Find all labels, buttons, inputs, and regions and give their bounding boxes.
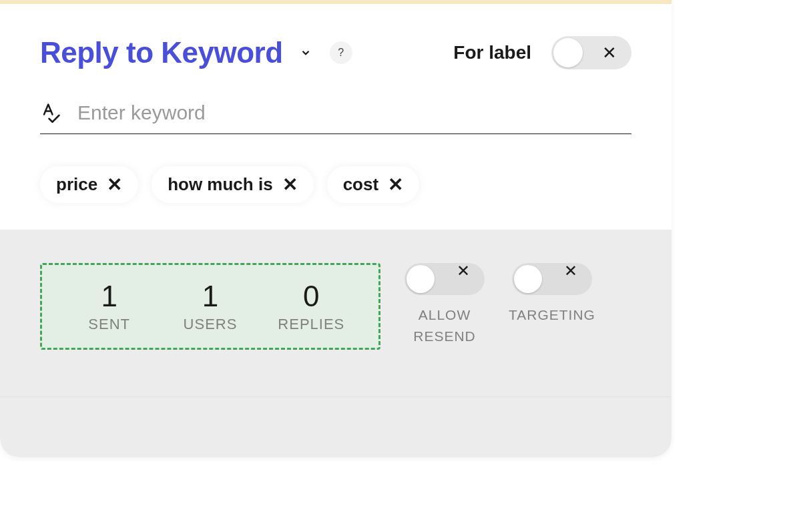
chip-remove-button[interactable]: ✕ — [107, 176, 122, 194]
stat-replies: 0 REPLIES — [271, 280, 351, 333]
toggle-knob — [553, 38, 583, 67]
chevron-down-icon[interactable] — [298, 45, 314, 61]
toggle-knob — [407, 265, 435, 293]
allow-resend-toggle[interactable]: ✕ — [405, 263, 485, 295]
targeting-toggle[interactable]: ✕ — [512, 263, 592, 295]
bottom-section: 1 SENT 1 USERS 0 REPLIES ✕ ALLOW RESEND … — [0, 230, 672, 396]
close-icon: ✕ — [107, 174, 122, 195]
spellcheck-icon — [40, 102, 61, 123]
stat-users: 1 USERS — [170, 280, 250, 333]
close-icon: ✕ — [282, 174, 298, 195]
for-label-text: For label — [453, 42, 531, 63]
close-icon: ✕ — [388, 174, 403, 195]
keyword-chip: cost ✕ — [327, 166, 419, 203]
top-section: Reply to Keyword ? For label ✕ — [0, 4, 672, 230]
question-icon: ? — [338, 47, 344, 59]
help-button[interactable]: ? — [330, 41, 352, 64]
chip-remove-button[interactable]: ✕ — [282, 176, 298, 194]
stat-value: 0 — [303, 280, 319, 313]
close-icon: ✕ — [564, 263, 577, 279]
keyword-chip: how much is ✕ — [152, 166, 313, 203]
stat-label: SENT — [88, 316, 130, 333]
allow-resend-col: ✕ ALLOW RESEND — [405, 263, 485, 346]
stat-value: 1 — [202, 280, 218, 313]
stat-value: 1 — [101, 280, 117, 313]
chip-label: price — [56, 174, 97, 195]
keyword-chip: price ✕ — [40, 166, 138, 203]
toggle-label: ALLOW RESEND — [413, 304, 476, 346]
for-label-toggle[interactable]: ✕ — [551, 36, 631, 69]
keyword-input[interactable] — [77, 101, 631, 124]
close-icon: ✕ — [457, 263, 470, 279]
page-title: Reply to Keyword — [40, 36, 283, 69]
chip-label: cost — [343, 174, 378, 195]
targeting-col: ✕ TARGETING — [509, 263, 595, 326]
close-icon: ✕ — [602, 44, 617, 61]
chip-remove-button[interactable]: ✕ — [388, 176, 403, 194]
stat-sent: 1 SENT — [69, 280, 150, 333]
keyword-input-row — [40, 101, 631, 134]
chips-row: price ✕ how much is ✕ cost ✕ — [40, 166, 631, 203]
reply-keyword-card: Reply to Keyword ? For label ✕ — [0, 0, 672, 457]
header-row: Reply to Keyword ? For label ✕ — [40, 36, 631, 69]
chip-label: how much is — [168, 174, 272, 195]
stats-box: 1 SENT 1 USERS 0 REPLIES — [40, 263, 380, 350]
stat-label: USERS — [184, 316, 238, 333]
stat-label: REPLIES — [278, 316, 344, 333]
footer-space — [0, 397, 672, 457]
toggle-knob — [514, 265, 542, 293]
toggle-label: TARGETING — [509, 304, 595, 326]
